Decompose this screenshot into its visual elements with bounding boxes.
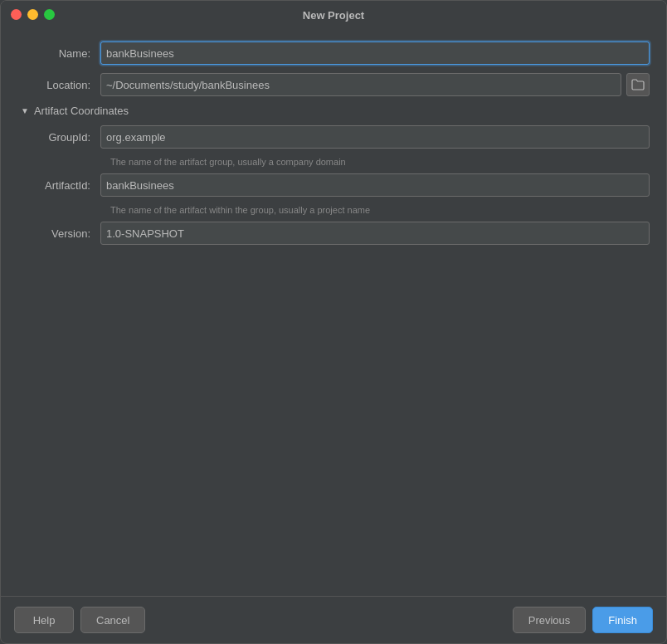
- location-label: Location:: [17, 79, 100, 91]
- name-row: Name:: [17, 41, 650, 65]
- browse-folder-button[interactable]: [626, 73, 650, 96]
- artifactid-hint: The name of the artifact within the grou…: [110, 205, 650, 215]
- cancel-button[interactable]: Cancel: [80, 607, 145, 633]
- maximize-button[interactable]: [44, 9, 55, 20]
- artifactid-row: ArtifactId:: [17, 173, 650, 197]
- title-bar: New Project: [1, 1, 666, 28]
- version-row: Version:: [17, 222, 650, 245]
- name-input[interactable]: [100, 41, 650, 65]
- groupid-input[interactable]: [100, 125, 650, 149]
- artifactid-input[interactable]: [100, 173, 650, 197]
- folder-icon: [631, 79, 645, 90]
- close-button[interactable]: [11, 9, 22, 20]
- artifact-coordinates-header[interactable]: ▼ Artifact Coordinates: [17, 105, 650, 117]
- artifact-coordinates-label: Artifact Coordinates: [34, 105, 129, 117]
- dialog-footer: Help Cancel Previous Finish: [1, 596, 666, 643]
- help-button[interactable]: Help: [14, 607, 74, 633]
- name-label: Name:: [17, 47, 100, 60]
- version-label: Version:: [17, 227, 100, 240]
- groupid-row: GroupId:: [17, 125, 650, 149]
- location-wrapper: [100, 73, 650, 96]
- footer-right-buttons: Previous Finish: [513, 607, 653, 633]
- minimize-button[interactable]: [27, 9, 38, 20]
- artifactid-label: ArtifactId:: [17, 179, 100, 192]
- location-row: Location:: [17, 73, 650, 96]
- dialog-title: New Project: [303, 9, 364, 22]
- footer-left-buttons: Help Cancel: [14, 607, 145, 633]
- collapse-triangle-icon: ▼: [21, 106, 29, 115]
- artifact-coordinates-section: ▼ Artifact Coordinates GroupId: The name…: [17, 105, 650, 245]
- groupid-label: GroupId:: [17, 131, 100, 144]
- new-project-dialog: New Project Name: Location: ▼: [0, 0, 667, 644]
- groupid-hint: The name of the artifact group, usually …: [110, 157, 650, 167]
- window-controls: [11, 9, 55, 20]
- version-input[interactable]: [100, 222, 650, 245]
- location-input[interactable]: [100, 73, 621, 96]
- finish-button[interactable]: Finish: [592, 607, 653, 633]
- previous-button[interactable]: Previous: [513, 607, 587, 633]
- dialog-content: Name: Location: ▼ Artifact Coordinates: [1, 28, 666, 596]
